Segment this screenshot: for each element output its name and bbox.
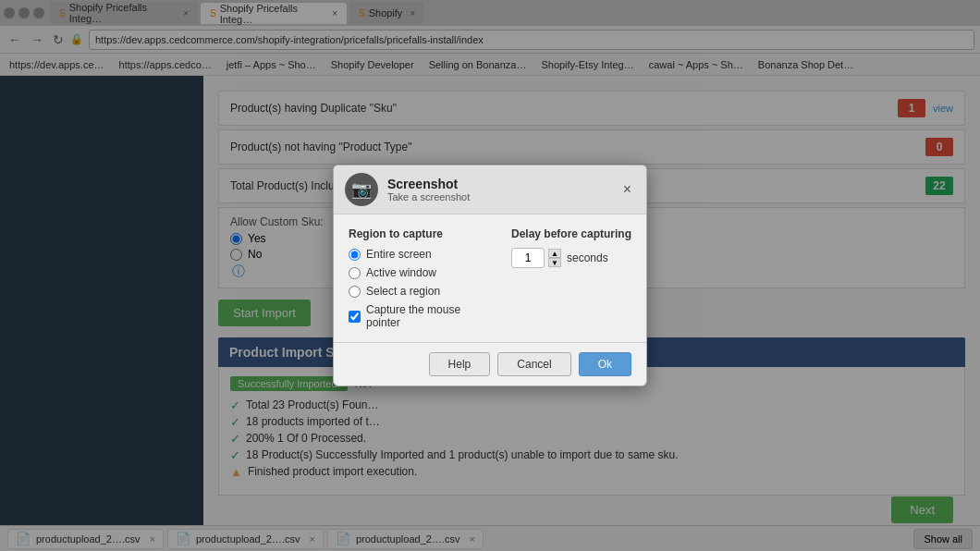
region-entire-screen[interactable]: Entire screen (349, 248, 493, 261)
dialog-title-group: Screenshot Take a screenshot (387, 177, 470, 202)
camera-icon: 📷 (345, 173, 378, 206)
dialog-header-left: 📷 Screenshot Take a screenshot (345, 173, 470, 206)
dialog-subtitle: Take a screenshot (387, 191, 470, 202)
dialog-body: Region to capture Entire screen Active w… (334, 214, 646, 342)
region-entire-screen-radio[interactable] (349, 249, 361, 261)
delay-spinners: ▲ ▼ (548, 249, 561, 267)
dialog-footer: Help Cancel Ok (334, 342, 646, 386)
delay-section: Delay before capturing ▲ ▼ seconds (511, 227, 631, 329)
cancel-button[interactable]: Cancel (497, 352, 570, 376)
delay-decrement[interactable]: ▼ (548, 258, 561, 267)
region-select-label: Select a region (366, 285, 440, 298)
region-section-title: Region to capture (349, 227, 493, 240)
region-entire-screen-label: Entire screen (366, 248, 432, 261)
dialog-title: Screenshot (387, 177, 470, 191)
capture-mouse-checkbox[interactable] (349, 311, 361, 323)
capture-mouse-label: Capture the mouse pointer (366, 303, 493, 329)
region-select-radio[interactable] (349, 286, 361, 298)
ok-button[interactable]: Ok (579, 352, 631, 376)
delay-input[interactable] (511, 248, 545, 268)
dialog-close-button[interactable]: × (619, 181, 635, 198)
delay-input-row: ▲ ▼ seconds (511, 248, 631, 268)
dialog-header: 📷 Screenshot Take a screenshot × (334, 165, 646, 214)
help-button[interactable]: Help (429, 352, 491, 376)
region-select[interactable]: Select a region (349, 285, 493, 298)
delay-unit: seconds (567, 251, 608, 264)
region-active-window[interactable]: Active window (349, 266, 493, 279)
capture-mouse-row[interactable]: Capture the mouse pointer (349, 303, 493, 329)
region-active-window-label: Active window (366, 266, 436, 279)
delay-increment[interactable]: ▲ (548, 249, 561, 258)
dialog-overlay: 📷 Screenshot Take a screenshot × Region … (0, 0, 980, 551)
delay-section-title: Delay before capturing (511, 227, 631, 240)
region-section: Region to capture Entire screen Active w… (349, 227, 493, 329)
region-active-window-radio[interactable] (349, 267, 361, 279)
screenshot-dialog: 📷 Screenshot Take a screenshot × Region … (333, 165, 647, 386)
